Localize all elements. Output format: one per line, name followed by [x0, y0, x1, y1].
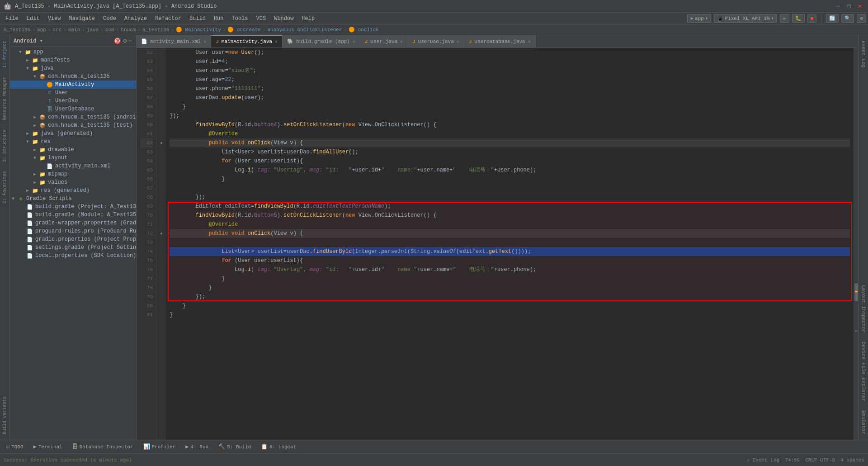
- sidebar-gear-btn[interactable]: ⚙: [123, 37, 127, 45]
- sync-button[interactable]: 🔄: [826, 14, 839, 23]
- debug-button[interactable]: 🐛: [792, 14, 805, 23]
- breadcrumb-src[interactable]: src: [52, 27, 61, 33]
- tree-item-java[interactable]: ▼ 📁 java: [10, 64, 136, 72]
- tree-item-proguard[interactable]: 📄 proguard-rules.pro (ProGuard Rule): [10, 227, 136, 235]
- tree-item-package-android[interactable]: ▶ 📦 com.hnucm.a_test135 (androidT): [10, 113, 136, 121]
- bottom-tab-database-inspector[interactable]: 🗄 Database Inspector: [68, 442, 138, 452]
- sidebar-item-build-variants[interactable]: Build Variants: [1, 393, 8, 438]
- tab-userdatabase-java[interactable]: J UserDatabase.java ✕: [464, 35, 536, 48]
- tree-item-values[interactable]: ▶ 📁 values: [10, 178, 136, 186]
- close-tab-userdao[interactable]: ✕: [457, 39, 459, 44]
- tree-item-build-gradle-project[interactable]: 📄 build.gradle (Project: A_Test135): [10, 203, 136, 211]
- settings-button[interactable]: ⚙: [857, 14, 866, 23]
- breadcrumb-a-test135[interactable]: a_test135: [142, 27, 169, 33]
- close-tab-build-gradle[interactable]: ✕: [353, 39, 355, 44]
- tree-item-userdao[interactable]: I UserDao: [10, 97, 136, 105]
- breadcrumb-oncreate[interactable]: 🟠 onCreate: [227, 27, 260, 33]
- tab-build-gradle[interactable]: 🐘 build.gradle (app) ✕: [283, 35, 360, 48]
- search-button[interactable]: 🔍: [841, 14, 854, 23]
- sidebar-scope-btn[interactable]: 🎯: [113, 37, 121, 45]
- right-tab-device-file-explorer[interactable]: Device File Explorer: [860, 338, 867, 405]
- minimize-button[interactable]: —: [833, 1, 842, 11]
- tree-item-mipmap[interactable]: ▶ 📁 mipmap: [10, 170, 136, 178]
- tree-item-gradle-wrapper[interactable]: 📄 gradle-wrapper.properties (Gradle): [10, 219, 136, 227]
- close-tab-userdatabase[interactable]: ✕: [528, 39, 531, 44]
- menu-window[interactable]: Window: [270, 14, 297, 23]
- breadcrumb-main[interactable]: main: [68, 27, 80, 33]
- menu-help[interactable]: Help: [298, 14, 318, 23]
- menu-view[interactable]: View: [44, 14, 65, 23]
- menu-code[interactable]: Code: [99, 14, 120, 23]
- sidebar-item-project[interactable]: 1: Project: [1, 37, 8, 71]
- breadcrumb-project[interactable]: A_Test135: [4, 27, 30, 33]
- menu-build[interactable]: Build: [186, 14, 209, 23]
- tree-item-app[interactable]: ▼ 📁 app: [10, 48, 136, 56]
- tree-item-drawable[interactable]: ▶ 📁 drawable: [10, 146, 136, 154]
- tree-item-manifests[interactable]: ▶ 📁 manifests: [10, 56, 136, 64]
- tab-mainactivity-java[interactable]: J MainActivity.java ✕: [211, 35, 283, 48]
- close-tab-user[interactable]: ✕: [400, 39, 403, 44]
- tree-item-gradle-scripts[interactable]: ▼ ⚙ Gradle Scripts: [10, 195, 136, 203]
- bottom-tab-run[interactable]: ▶ 4: Run: [181, 442, 213, 452]
- tab-userdao-java[interactable]: J UserDao.java ✕: [408, 35, 464, 48]
- tree-item-res-generated[interactable]: ▶ 📁 res (generated): [10, 186, 136, 195]
- tree-item-user[interactable]: C User: [10, 89, 136, 97]
- scroll-marker-warning: [855, 291, 858, 292]
- window-controls[interactable]: — ❐ ✕: [833, 1, 864, 11]
- menu-navigate[interactable]: Navigate: [65, 14, 99, 23]
- right-tab-emulator[interactable]: Emulator: [860, 407, 867, 438]
- menu-analyze[interactable]: Analyze: [121, 14, 151, 23]
- stop-button[interactable]: ■: [807, 14, 817, 23]
- bottom-tab-terminal[interactable]: ▶ Terminal: [29, 442, 67, 452]
- tree-item-layout[interactable]: ▼ 📁 layout: [10, 154, 136, 162]
- menu-file[interactable]: File: [2, 14, 22, 23]
- tree-item-mainactivity[interactable]: 🟠 MainActivity: [10, 81, 136, 89]
- sidebar-item-resource-manager[interactable]: Resource Manager: [1, 73, 8, 124]
- run-button[interactable]: ▶: [780, 14, 789, 23]
- bottom-tab-todo[interactable]: ☑ TODO: [2, 442, 28, 452]
- menu-run[interactable]: Run: [210, 14, 227, 23]
- status-event-log[interactable]: ⚠ Event Log: [747, 457, 780, 463]
- tree-item-userdatabase[interactable]: 🗄 UserDatabase: [10, 105, 136, 113]
- breadcrumb-onclick[interactable]: 🟠 onClick: [349, 27, 379, 33]
- right-tab-event-log[interactable]: Event Log: [860, 37, 867, 71]
- tab-activity-main-xml[interactable]: 📄 activity_main.xml ✕: [137, 35, 211, 48]
- editor-content[interactable]: 52 53 54 55 56 57 58 59 60 61 62 63 64 6…: [137, 48, 858, 440]
- breadcrumb-mainactivity[interactable]: 🟠 MainActivity: [176, 27, 221, 33]
- device-btn[interactable]: 📱 Pixel XL API 30 ▾: [714, 14, 777, 23]
- close-tab-mainactivity[interactable]: ✕: [275, 39, 278, 44]
- breadcrumb-hnucm[interactable]: hnucm: [121, 27, 136, 33]
- tree-item-package-test[interactable]: ▶ 📦 com.hnucm.a_test135 (test): [10, 121, 136, 129]
- bottom-tab-build[interactable]: 🔨 5: Build: [214, 442, 255, 452]
- breadcrumb-app[interactable]: app: [37, 27, 46, 33]
- tab-user-java[interactable]: J User.java ✕: [360, 35, 408, 48]
- code-lines[interactable]: User user=new User(); user.id=4; user.na…: [166, 48, 854, 440]
- breadcrumb-anon[interactable]: anonymous OnClickListener: [267, 27, 342, 33]
- tree-item-local-props[interactable]: 📄 local.properties (SDK Location): [10, 252, 136, 260]
- maximize-button[interactable]: ❐: [844, 1, 853, 11]
- menu-refactor[interactable]: Refactor: [151, 14, 185, 23]
- sidebar-item-structure[interactable]: 2: Structure: [1, 126, 8, 166]
- menu-vcs[interactable]: VCS: [253, 14, 270, 23]
- tree-item-res[interactable]: ▼ 📁 res: [10, 138, 136, 146]
- tree-item-build-gradle-module[interactable]: 📄 build.gradle (Module: A_Test135.ap): [10, 211, 136, 219]
- tree-item-activity-main-xml[interactable]: 📄 activity_main.xml: [10, 162, 136, 170]
- close-button[interactable]: ✕: [855, 1, 864, 11]
- breadcrumb-com[interactable]: com: [105, 27, 114, 33]
- tree-item-settings-gradle[interactable]: 📄 settings.gradle (Project Settings): [10, 243, 136, 252]
- tree-item-java-generated[interactable]: ▶ 📁 java (generated): [10, 129, 136, 138]
- bottom-tab-logcat[interactable]: 📋 6: Logcat: [256, 442, 301, 452]
- code-line-76: Log.i( tag: "Usertag", msg: "id: "+user.…: [170, 265, 850, 274]
- menu-edit[interactable]: Edit: [23, 14, 43, 23]
- tree-item-package-main[interactable]: ▼ 📦 com.hnucm.a_test135: [10, 72, 136, 81]
- vertical-scrollbar[interactable]: [854, 48, 858, 440]
- menu-tools[interactable]: Tools: [228, 14, 252, 23]
- run-config-btn[interactable]: ▶ app ▾: [687, 14, 711, 23]
- right-tab-layout-inspector[interactable]: Layout Inspector: [860, 281, 867, 337]
- bottom-tab-profiler[interactable]: 📊 Profiler: [139, 442, 180, 452]
- tree-item-gradle-props[interactable]: 📄 gradle.properties (Project Properti): [10, 235, 136, 243]
- sidebar-collapse-btn[interactable]: —: [129, 37, 132, 45]
- sidebar-item-favorites[interactable]: 2: Favorites: [1, 167, 8, 207]
- breadcrumb-java[interactable]: java: [87, 27, 99, 33]
- close-tab-xml[interactable]: ✕: [203, 39, 206, 44]
